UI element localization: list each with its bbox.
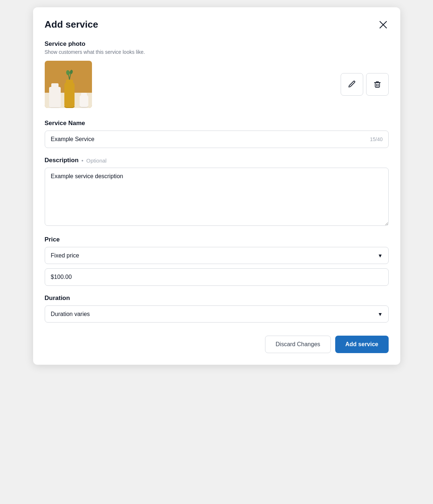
svg-rect-17 [375, 83, 380, 87]
modal-title: Add service [45, 19, 98, 30]
modal-footer: Discard Changes Add service [45, 336, 389, 353]
delete-photo-button[interactable] [366, 73, 389, 96]
svg-rect-8 [64, 83, 75, 107]
price-label: Price [45, 236, 389, 243]
service-name-section: Service Name 15/40 [45, 120, 389, 148]
description-label: Description [45, 157, 79, 164]
discard-button[interactable]: Discard Changes [265, 336, 331, 353]
photo-section: Service photo Show customers what this s… [45, 40, 389, 108]
add-service-modal: Add service Service photo Show customers… [33, 7, 400, 365]
svg-rect-15 [80, 95, 88, 107]
price-type-wrapper: Fixed price Starting from Free ▼ [45, 247, 389, 264]
svg-rect-5 [49, 87, 61, 107]
duration-section: Duration Duration varies 30 minutes 1 ho… [45, 295, 389, 323]
photo-row [45, 61, 389, 108]
service-name-input-wrapper: 15/40 [45, 131, 389, 148]
description-section: Description • Optional Example service d… [45, 157, 389, 227]
modal-header: Add service [45, 19, 389, 30]
price-amount-input[interactable] [45, 268, 389, 286]
service-name-label: Service Name [45, 120, 389, 127]
duration-select[interactable]: Duration varies 30 minutes 1 hour Custom [45, 305, 389, 323]
service-name-input[interactable] [45, 131, 389, 148]
photo-section-subtitle: Show customers what this service looks l… [45, 49, 389, 55]
description-label-row: Description • Optional [45, 157, 389, 164]
photo-action-buttons [341, 73, 389, 96]
svg-rect-6 [51, 83, 59, 88]
char-count: 15/40 [370, 136, 382, 142]
price-type-select[interactable]: Fixed price Starting from Free [45, 247, 389, 264]
svg-rect-16 [81, 93, 87, 96]
close-button[interactable] [378, 19, 389, 30]
photo-section-title: Service photo [45, 40, 389, 48]
service-photo [45, 61, 92, 108]
duration-select-wrapper: Duration varies 30 minutes 1 hour Custom… [45, 305, 389, 323]
description-input[interactable]: Example service description [45, 168, 389, 226]
svg-rect-9 [66, 80, 73, 84]
add-service-button[interactable]: Add service [335, 336, 389, 353]
price-amount-wrapper [45, 268, 389, 286]
duration-label: Duration [45, 295, 389, 302]
edit-photo-button[interactable] [341, 73, 363, 96]
price-section: Price Fixed price Starting from Free ▼ [45, 236, 389, 286]
optional-tag: Optional [86, 157, 107, 164]
